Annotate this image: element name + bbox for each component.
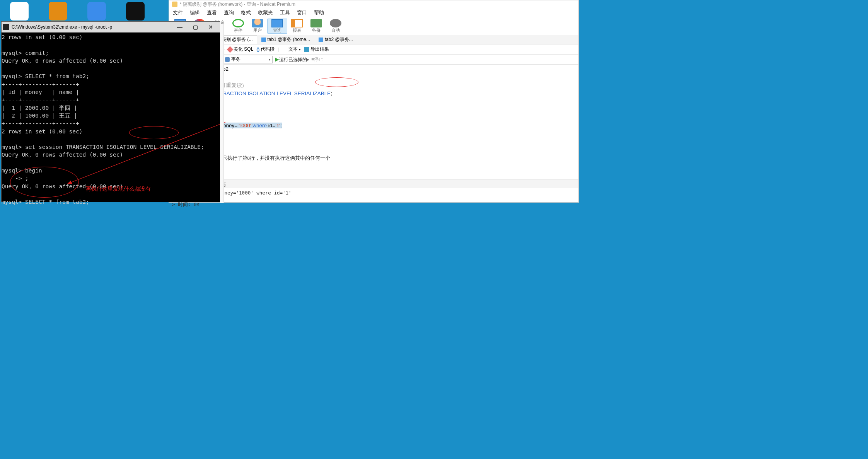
- output-panel: update tab2 set money='1000' where id='1…: [169, 188, 578, 210]
- 用户-icon: [252, 19, 263, 27]
- tab-tab2 @事务...[interactable]: tab2 @事务...: [314, 35, 357, 44]
- export-button[interactable]: 导出结果: [304, 46, 329, 53]
- navicat-toolbar2: 保存 查询创建工具 美化 SQL ()代码段 | 文本▾ 导出结果: [169, 44, 578, 55]
- navicat-toolbar: 表视图f(x)函数事件用户查询报表备份自动: [169, 17, 578, 35]
- sql-editor[interactable]: 123456789101112 SELECT * from tab2 -- 设置…: [169, 65, 578, 179]
- cmd-titlebar[interactable]: C:\Windows\System32\cmd.exe - mysql -uro…: [2, 22, 220, 32]
- tool-备份[interactable]: 备份: [307, 19, 326, 33]
- menu-文件[interactable]: 文件: [173, 9, 183, 16]
- menu-查询[interactable]: 查询: [224, 9, 234, 16]
- tool-报表[interactable]: 报表: [287, 19, 307, 33]
- navicat-menu: 文件编辑查看查询格式收藏夹工具窗口帮助: [169, 8, 578, 17]
- code-snippet-button[interactable]: ()代码段: [256, 46, 275, 53]
- stop-button[interactable]: ■停止: [311, 56, 323, 63]
- menu-格式[interactable]: 格式: [241, 9, 251, 16]
- menu-帮助[interactable]: 帮助: [314, 9, 324, 16]
- tab-icon: [261, 38, 266, 42]
- text-button[interactable]: 文本▾: [282, 46, 301, 53]
- navicat-icon: [172, 2, 177, 7]
- menu-收藏夹[interactable]: 收藏夹: [258, 9, 273, 16]
- tool-查询[interactable]: 查询: [267, 19, 287, 34]
- annotation-text-editor: 此时只执行了第8行，并没有执行这俩其中的任何一个: [212, 155, 331, 161]
- tool-自动[interactable]: 自动: [326, 19, 345, 33]
- 查询-icon: [271, 19, 283, 27]
- minimize-button[interactable]: —: [172, 22, 188, 32]
- cmd-icon: [3, 24, 9, 30]
- cmd-window: C:\Windows\System32\cmd.exe - mysql -uro…: [1, 21, 220, 202]
- close-button[interactable]: ✕: [203, 22, 218, 32]
- navicat-toolbar3: homework▾ 事务▾ ▶运行已选择的▾ ■停止: [169, 55, 578, 65]
- 备份-icon: [310, 19, 322, 27]
- cmd-title-text: C:\Windows\System32\cmd.exe - mysql -uro…: [12, 24, 172, 30]
- 自动-icon: [330, 19, 341, 27]
- 报表-icon: [291, 19, 303, 27]
- tool-用户[interactable]: 用户: [248, 19, 267, 33]
- menu-工具[interactable]: 工具: [280, 9, 290, 16]
- run-selected-button[interactable]: ▶运行已选择的▾: [275, 56, 309, 63]
- menu-查看[interactable]: 查看: [207, 9, 217, 16]
- tab-tab1 @事务 (home...[interactable]: tab1 @事务 (home...: [257, 35, 314, 44]
- beautify-sql-button[interactable]: 美化 SQL: [228, 46, 253, 53]
- cmd-body[interactable]: 2 rows in set (0.00 sec) mysql> commit; …: [2, 32, 220, 207]
- navicat-titlebar[interactable]: * 隔离级别 @事务 (homework) - 查询 - Navicat Pre…: [169, 0, 578, 8]
- tool-事件[interactable]: 事件: [229, 19, 248, 33]
- editor-body[interactable]: SELECT * from tab2 -- 设置隔离级别(可重复读)set se…: [180, 65, 578, 179]
- menu-窗口[interactable]: 窗口: [297, 9, 307, 16]
- maximize-button[interactable]: ▢: [188, 22, 203, 32]
- menu-编辑[interactable]: 编辑: [190, 9, 200, 16]
- navicat-tabs: 对象** 隔离级别 @事务 (...tab1 @事务 (home...tab2 …: [169, 35, 578, 44]
- navicat-window: * 隔离级别 @事务 (homework) - 查询 - Navicat Pre…: [169, 0, 579, 203]
- side-strip: a: [220, 21, 224, 203]
- tab-icon: [319, 38, 323, 42]
- database-combo[interactable]: 事务▾: [223, 56, 273, 63]
- output-tabs: 信息剖析状态: [169, 179, 578, 188]
- navicat-title: * 隔离级别 @事务 (homework) - 查询 - Navicat Pre…: [180, 1, 295, 8]
- 事件-icon: [232, 19, 244, 27]
